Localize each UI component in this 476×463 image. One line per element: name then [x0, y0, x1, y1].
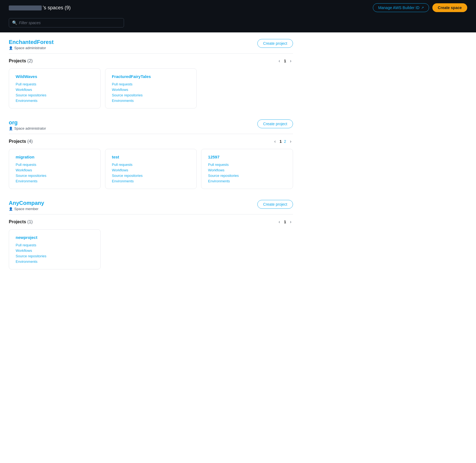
section-divider [9, 53, 293, 54]
pagination-prev-button[interactable]: ‹ [277, 58, 282, 64]
project-links: Pull requestsWorkflowsSource repositorie… [16, 163, 94, 183]
space-section-enchanted-forest: EnchantedForestSpace administratorCreate… [9, 39, 293, 108]
projects-count: (1) [27, 219, 33, 224]
project-name-wildwaves[interactable]: WildWaves [16, 74, 94, 79]
space-name-org[interactable]: org [9, 119, 18, 125]
filter-spaces-input[interactable] [9, 18, 124, 27]
project-link-environments[interactable]: Environments [16, 260, 94, 264]
project-link-source-repositories[interactable]: Source repositories [16, 254, 94, 258]
space-name-enchanted-forest[interactable]: EnchantedForest [9, 39, 53, 45]
top-bar: 's spaces (9) Manage AWS Builder ID ↗ Cr… [0, 0, 476, 15]
project-link-environments[interactable]: Environments [112, 179, 190, 183]
project-link-pull-requests[interactable]: Pull requests [16, 163, 94, 167]
main-content: EnchantedForestSpace administratorCreate… [0, 32, 302, 287]
pagination-prev-button[interactable]: ‹ [277, 219, 282, 225]
project-links: Pull requestsWorkflowsSource repositorie… [112, 163, 190, 183]
project-link-environments[interactable]: Environments [16, 179, 94, 183]
project-link-pull-requests[interactable]: Pull requests [16, 82, 94, 86]
projects-header-any-company: Projects (1)‹1› [9, 219, 293, 225]
section-divider [9, 214, 293, 214]
pagination-prev-button[interactable]: ‹ [273, 138, 277, 144]
project-link-workflows[interactable]: Workflows [112, 88, 190, 92]
top-bar-actions: Manage AWS Builder ID ↗ Create space [373, 3, 467, 12]
project-link-environments[interactable]: Environments [112, 99, 190, 103]
space-name-wrap: EnchantedForestSpace administrator [9, 39, 53, 50]
project-card-test: testPull requestsWorkflowsSource reposit… [105, 149, 197, 189]
space-role-enchanted-forest: Space administrator [9, 46, 53, 50]
project-link-workflows[interactable]: Workflows [112, 168, 190, 172]
project-card-fracturedfairytales: FracturedFairyTalesPull requestsWorkflow… [105, 68, 197, 108]
project-link-pull-requests[interactable]: Pull requests [16, 243, 94, 247]
filter-bar: 🔍 [0, 15, 476, 32]
project-link-pull-requests[interactable]: Pull requests [112, 163, 190, 167]
pagination-org: ‹12› [273, 138, 293, 144]
project-link-workflows[interactable]: Workflows [16, 88, 94, 92]
project-link-environments[interactable]: Environments [16, 99, 94, 103]
projects-header-enchanted-forest: Projects (2)‹1› [9, 58, 293, 64]
project-link-workflows[interactable]: Workflows [16, 168, 94, 172]
create-project-button-enchanted-forest[interactable]: Create project [257, 39, 293, 48]
project-name-fracturedfairytales[interactable]: FracturedFairyTales [112, 74, 190, 79]
project-link-workflows[interactable]: Workflows [208, 168, 286, 172]
project-link-source-repositories[interactable]: Source repositories [16, 174, 94, 178]
project-name-migration[interactable]: migration [16, 155, 94, 159]
space-name-any-company[interactable]: AnyCompany [9, 200, 44, 206]
space-role-org: Space administrator [9, 126, 46, 130]
projects-header-org: Projects (4)‹12› [9, 138, 293, 144]
project-link-pull-requests[interactable]: Pull requests [112, 82, 190, 86]
space-section-org: orgSpace administratorCreate projectProj… [9, 119, 293, 189]
external-link-icon: ↗ [421, 6, 424, 10]
project-card-wildwaves: WildWavesPull requestsWorkflowsSource re… [9, 68, 101, 108]
pagination-any-company: ‹1› [277, 219, 293, 225]
pagination-current-page: 1 [280, 139, 282, 144]
project-name-newproject[interactable]: newproject [16, 235, 94, 240]
project-link-source-repositories[interactable]: Source repositories [112, 93, 190, 97]
create-space-button[interactable]: Create space [432, 3, 467, 12]
projects-label: Projects (4) [9, 139, 33, 144]
pagination-current-page: 1 [284, 59, 286, 63]
project-name-12597[interactable]: 12597 [208, 155, 286, 159]
username-redacted [9, 5, 42, 10]
manage-builder-id-label: Manage AWS Builder ID [378, 5, 419, 10]
project-link-workflows[interactable]: Workflows [16, 249, 94, 253]
projects-grid-enchanted-forest: WildWavesPull requestsWorkflowsSource re… [9, 68, 293, 108]
project-links: Pull requestsWorkflowsSource repositorie… [208, 163, 286, 183]
search-icon: 🔍 [12, 20, 17, 25]
space-name-wrap: AnyCompanySpace member [9, 200, 44, 211]
manage-builder-id-button[interactable]: Manage AWS Builder ID ↗ [373, 3, 429, 12]
projects-grid-org: migrationPull requestsWorkflowsSource re… [9, 149, 293, 189]
project-links: Pull requestsWorkflowsSource repositorie… [16, 82, 94, 103]
pagination-enchanted-forest: ‹1› [277, 58, 293, 64]
project-links: Pull requestsWorkflowsSource repositorie… [16, 243, 94, 264]
projects-label: Projects (1) [9, 219, 33, 224]
space-header-any-company: AnyCompanySpace memberCreate project [9, 200, 293, 211]
project-card-migration: migrationPull requestsWorkflowsSource re… [9, 149, 101, 189]
project-card-12597: 12597Pull requestsWorkflowsSource reposi… [201, 149, 293, 189]
projects-count: (2) [27, 58, 33, 63]
project-link-source-repositories[interactable]: Source repositories [208, 174, 286, 178]
pagination-next-button[interactable]: › [288, 58, 293, 64]
pagination-current-page: 1 [284, 220, 286, 224]
page-title: 's spaces (9) [9, 5, 71, 11]
project-links: Pull requestsWorkflowsSource repositorie… [112, 82, 190, 103]
pagination-next-button[interactable]: › [288, 138, 293, 144]
project-name-test[interactable]: test [112, 155, 190, 159]
create-project-button-any-company[interactable]: Create project [257, 200, 293, 209]
space-section-any-company: AnyCompanySpace memberCreate projectProj… [9, 200, 293, 269]
project-link-source-repositories[interactable]: Source repositories [112, 174, 190, 178]
projects-count: (4) [27, 139, 33, 144]
create-space-label: Create space [438, 5, 462, 10]
create-project-button-org[interactable]: Create project [257, 119, 293, 128]
projects-label: Projects (2) [9, 58, 33, 63]
space-name-wrap: orgSpace administrator [9, 119, 46, 130]
pagination-next-button[interactable]: › [288, 219, 293, 225]
section-divider [9, 134, 293, 134]
space-header-org: orgSpace administratorCreate project [9, 119, 293, 130]
project-link-environments[interactable]: Environments [208, 179, 286, 183]
pagination-page-2[interactable]: 2 [284, 139, 286, 144]
project-link-pull-requests[interactable]: Pull requests [208, 163, 286, 167]
spaces-count: (9) [65, 5, 71, 10]
space-header-enchanted-forest: EnchantedForestSpace administratorCreate… [9, 39, 293, 50]
project-link-source-repositories[interactable]: Source repositories [16, 93, 94, 97]
filter-input-wrap: 🔍 [9, 18, 124, 27]
